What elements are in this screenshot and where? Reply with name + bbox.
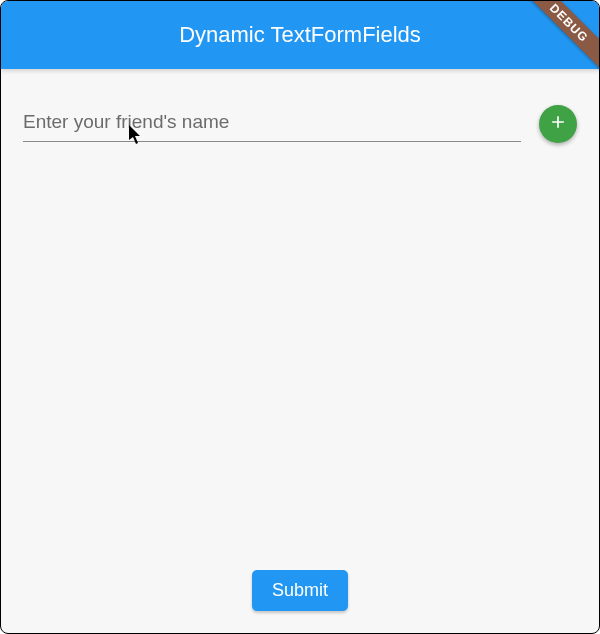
plus-icon bbox=[548, 112, 568, 136]
submit-button[interactable]: Submit bbox=[252, 570, 348, 611]
form-row bbox=[1, 69, 599, 143]
app-bar: Dynamic TextFormFields bbox=[1, 1, 599, 69]
add-field-button[interactable] bbox=[539, 105, 577, 143]
friend-name-input[interactable] bbox=[23, 105, 521, 142]
submit-row: Submit bbox=[1, 570, 599, 611]
app-title: Dynamic TextFormFields bbox=[179, 22, 421, 48]
app-window: Dynamic TextFormFields DEBUG Submit bbox=[0, 0, 600, 634]
friend-name-field-wrap bbox=[23, 105, 521, 142]
